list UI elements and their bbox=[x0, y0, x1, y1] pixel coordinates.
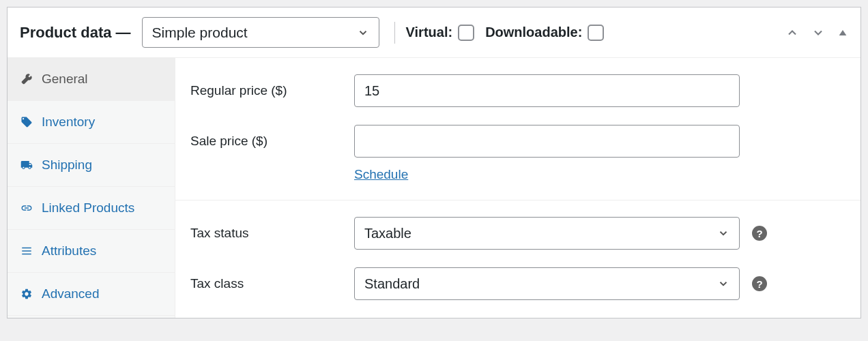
tax-status-label: Tax status bbox=[190, 226, 354, 241]
chevron-down-icon bbox=[357, 27, 369, 39]
toggle-panel-icon[interactable] bbox=[837, 27, 848, 38]
tab-label: Shipping bbox=[42, 158, 92, 173]
tab-attributes[interactable]: Attributes bbox=[8, 230, 175, 273]
chevron-down-icon bbox=[717, 278, 729, 290]
product-data-tabs: General Inventory Shipping Linked Produc… bbox=[8, 58, 175, 318]
tab-label: Advanced bbox=[42, 286, 100, 301]
tax-status-value: Taxable bbox=[364, 226, 411, 241]
regular-price-label: Regular price ($) bbox=[190, 83, 354, 98]
tab-shipping[interactable]: Shipping bbox=[8, 144, 175, 187]
tab-content: Regular price ($) Sale price ($) Schedul… bbox=[175, 58, 860, 318]
virtual-label: Virtual: bbox=[406, 25, 453, 40]
tax-class-select[interactable]: Standard bbox=[354, 267, 740, 300]
chevron-down-icon bbox=[717, 227, 729, 239]
downloadable-group: Downloadable: bbox=[485, 25, 604, 41]
truck-icon bbox=[20, 159, 33, 171]
regular-price-input[interactable] bbox=[354, 74, 740, 107]
tab-general[interactable]: General bbox=[8, 58, 175, 101]
tab-advanced[interactable]: Advanced bbox=[8, 273, 175, 316]
help-icon[interactable]: ? bbox=[752, 276, 767, 291]
move-down-icon[interactable] bbox=[811, 26, 825, 40]
panel-title: Product data — bbox=[20, 24, 131, 42]
schedule-link[interactable]: Schedule bbox=[354, 167, 408, 181]
tax-class-label: Tax class bbox=[190, 276, 354, 291]
link-icon bbox=[20, 202, 33, 214]
tag-icon bbox=[20, 116, 33, 128]
virtual-checkbox[interactable] bbox=[458, 25, 474, 41]
tab-label: Attributes bbox=[42, 243, 96, 258]
divider bbox=[394, 22, 395, 44]
downloadable-label: Downloadable: bbox=[485, 25, 582, 40]
sale-price-input[interactable] bbox=[354, 125, 740, 158]
gear-icon bbox=[20, 288, 33, 300]
product-data-panel: Product data — Simple product Virtual: D… bbox=[7, 7, 861, 318]
move-up-icon[interactable] bbox=[785, 26, 799, 40]
list-icon bbox=[20, 245, 33, 257]
panel-body: General Inventory Shipping Linked Produc… bbox=[8, 57, 860, 318]
tab-label: Linked Products bbox=[42, 201, 134, 216]
tax-section: Tax status Taxable ? Tax class Standard bbox=[175, 200, 860, 318]
tax-status-select[interactable]: Taxable bbox=[354, 217, 740, 250]
product-type-value: Simple product bbox=[152, 25, 248, 41]
sale-price-label: Sale price ($) bbox=[190, 134, 354, 149]
pricing-section: Regular price ($) Sale price ($) Schedul… bbox=[175, 58, 860, 200]
panel-header: Product data — Simple product Virtual: D… bbox=[8, 8, 860, 57]
svg-marker-0 bbox=[839, 30, 847, 35]
tax-class-value: Standard bbox=[364, 276, 420, 292]
tab-label: Inventory bbox=[42, 115, 95, 130]
tab-inventory[interactable]: Inventory bbox=[8, 101, 175, 144]
wrench-icon bbox=[20, 73, 33, 85]
product-type-select[interactable]: Simple product bbox=[142, 17, 379, 48]
virtual-group: Virtual: bbox=[406, 25, 475, 41]
downloadable-checkbox[interactable] bbox=[588, 25, 604, 41]
tab-linked-products[interactable]: Linked Products bbox=[8, 187, 175, 230]
tab-label: General bbox=[42, 72, 88, 87]
help-icon[interactable]: ? bbox=[752, 226, 767, 241]
panel-controls bbox=[785, 26, 848, 40]
